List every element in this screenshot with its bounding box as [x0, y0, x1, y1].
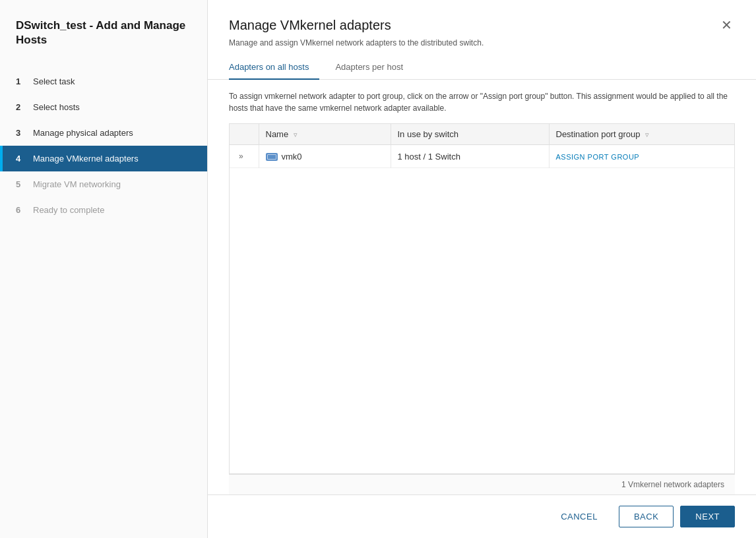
step-num-2: 2 [16, 102, 26, 112]
step-label-2: Select hosts [33, 102, 80, 112]
active-bar [0, 146, 3, 171]
dialog-title: Manage VMkernel adapters [229, 18, 391, 33]
tab-per-host[interactable]: Adapters per host [335, 57, 414, 80]
tab-bar: Adapters on all hostsAdapters per host [229, 57, 735, 79]
th-dest-label: Destination port group [556, 129, 641, 139]
step-label-6: Ready to complete [33, 205, 104, 215]
table-row: »vmk01 host / 1 SwitchASSIGN PORT GROUP [230, 145, 734, 168]
step-label-4: Manage VMkernel adapters [33, 154, 139, 164]
row-name-cell: vmk0 [259, 145, 391, 168]
sidebar-step-1[interactable]: 1Select task [0, 69, 207, 94]
th-switch: In use by switch [391, 124, 549, 145]
table-body: »vmk01 host / 1 SwitchASSIGN PORT GROUP [230, 145, 734, 168]
adapters-table: Name ▿ In use by switch Destination port… [230, 124, 734, 168]
row-switch-cell: 1 host / 1 Switch [391, 145, 549, 168]
expand-button[interactable]: » [236, 150, 246, 162]
step-label-1: Select task [33, 76, 75, 86]
row-dest-cell: ASSIGN PORT GROUP [549, 145, 734, 168]
sidebar-title: DSwitch_test - Add and Manage Hosts [0, 0, 207, 63]
step-num-5: 5 [16, 179, 26, 189]
sidebar: DSwitch_test - Add and Manage Hosts 1Sel… [0, 0, 208, 538]
assign-port-group-link[interactable]: ASSIGN PORT GROUP [556, 153, 640, 161]
cancel-button[interactable]: CANCEL [546, 506, 612, 527]
step-label-5: Migrate VM networking [33, 179, 121, 189]
modal-footer: CANCEL BACK NEXT [208, 494, 756, 538]
tab-all-hosts[interactable]: Adapters on all hosts [229, 57, 319, 80]
next-button[interactable]: NEXT [680, 506, 735, 527]
step-num-3: 3 [16, 128, 26, 138]
sidebar-step-6: 6Ready to complete [0, 197, 207, 223]
main-header-top: Manage VMkernel adapters ✕ [229, 16, 735, 34]
step-label-3: Manage physical adapters [33, 128, 133, 138]
modal-container: DSwitch_test - Add and Manage Hosts 1Sel… [0, 0, 756, 538]
adapter-name: vmk0 [282, 152, 302, 162]
instruction-text: To assign vmkernel network adapter to po… [229, 90, 735, 114]
sidebar-step-5: 5Migrate VM networking [0, 171, 207, 197]
step-num-1: 1 [16, 76, 26, 86]
dest-filter-icon[interactable]: ▿ [645, 131, 649, 138]
name-filter-icon[interactable]: ▿ [294, 131, 298, 138]
th-name: Name ▿ [259, 124, 391, 145]
table-footer: 1 Vmkernel network adapters [229, 474, 735, 494]
dialog-subtitle: Manage and assign VMkernel network adapt… [229, 38, 735, 47]
row-expand-cell: » [230, 145, 259, 168]
table-header-row: Name ▿ In use by switch Destination port… [230, 124, 734, 145]
th-expand [230, 124, 259, 145]
main-content: Manage VMkernel adapters ✕ Manage and as… [208, 0, 756, 538]
sidebar-step-4[interactable]: 4Manage VMkernel adapters [0, 146, 207, 171]
table-footer-count: 1 Vmkernel network adapters [621, 480, 724, 489]
main-header: Manage VMkernel adapters ✕ Manage and as… [208, 0, 756, 80]
th-name-label: Name [266, 129, 289, 139]
adapter-icon [266, 153, 278, 161]
step-num-4: 4 [16, 154, 26, 164]
th-dest: Destination port group ▿ [549, 124, 734, 145]
step-num-6: 6 [16, 205, 26, 215]
table-header: Name ▿ In use by switch Destination port… [230, 124, 734, 145]
main-body: To assign vmkernel network adapter to po… [208, 80, 756, 494]
th-switch-label: In use by switch [398, 129, 459, 139]
sidebar-step-2[interactable]: 2Select hosts [0, 94, 207, 120]
sidebar-step-3[interactable]: 3Manage physical adapters [0, 120, 207, 146]
sidebar-steps: 1Select task2Select hosts3Manage physica… [0, 69, 207, 223]
close-button[interactable]: ✕ [718, 16, 735, 34]
adapters-table-container: Name ▿ In use by switch Destination port… [229, 123, 735, 474]
back-button[interactable]: BACK [619, 506, 674, 527]
